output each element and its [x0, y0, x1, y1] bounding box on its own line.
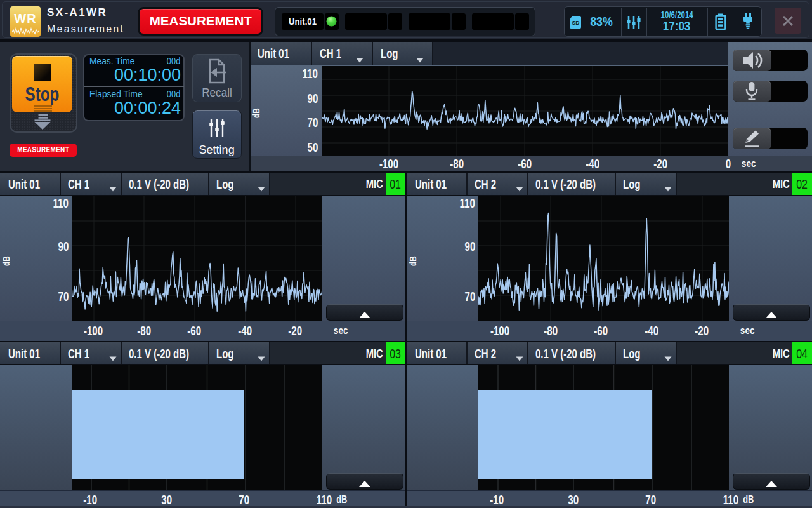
svg-text:WR: WR: [14, 11, 36, 25]
svg-text:SD: SD: [572, 20, 579, 26]
